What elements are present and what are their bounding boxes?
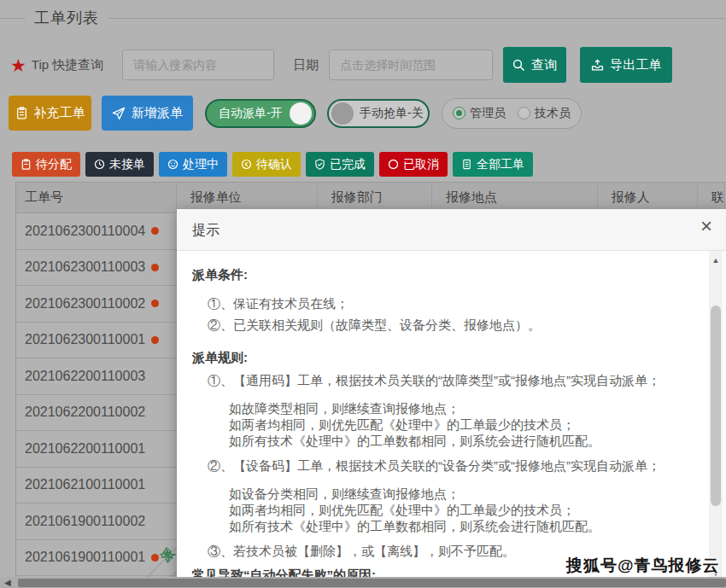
auto-dispatch-toggle-label: 自动派单-开: [219, 106, 283, 121]
rule-item: ②、【设备码】工单，根据技术员关联的“设备分类”或“报修地点”实现自动派单；: [208, 458, 660, 474]
radio-selected-icon: [453, 107, 465, 119]
filter-not-accepted[interactable]: 未接单: [85, 152, 154, 177]
rule-item: ③、若技术员被【删除】，或【离线】，则不予匹配。: [208, 544, 515, 560]
circle-icon: [388, 159, 399, 170]
close-icon[interactable]: ×: [700, 216, 712, 236]
clipboard-icon: [15, 107, 28, 119]
order-no: 2021062300110004: [25, 224, 145, 239]
condition-item: ②、已关联相关规则（故障类型、设备分类、报修地点）。: [208, 317, 541, 334]
export-orders-button[interactable]: 导出工单: [580, 47, 672, 83]
order-no: 2021062300110003: [25, 259, 145, 275]
auto-dispatch-toggle[interactable]: 自动派单-开: [205, 99, 316, 128]
order-no: 2021062200110001: [25, 441, 145, 457]
watermark: 搜狐号@青鸟报修云: [566, 555, 720, 577]
rule-subitem: 如所有技术《处理中》的工单数都相同，则系统会进行随机匹配。: [229, 433, 600, 449]
rule-subitem: 如所有技术《处理中》的工单数都相同，则系统会进行随机匹配。: [229, 518, 600, 534]
order-no: 2021061900110001: [25, 550, 145, 565]
page-title: 工单列表: [26, 8, 108, 28]
dispatch-rules-heading: 派单规则:: [192, 350, 248, 366]
filter-label: 已完成: [330, 157, 366, 172]
order-no: 2021062100110001: [25, 477, 145, 492]
filter-label: 未接单: [109, 157, 145, 172]
unread-dot: [151, 264, 159, 271]
radio-technician-label: 技术员: [535, 106, 571, 121]
filter-pending-confirm[interactable]: 待确认: [232, 152, 301, 177]
tip-modal: 提示 × 派单条件: ①、保证有技术员在线； ②、已关联相关规则（故障类型、设备…: [177, 209, 726, 588]
history-icon: [241, 159, 252, 170]
rule-subitem: 如两者均相同，则优先匹配《处理中》的工单最少的技术员；: [229, 416, 575, 433]
order-no: 2021061900110002: [25, 514, 145, 529]
order-no: 2021062300110001: [25, 332, 145, 347]
supplement-button-label: 补充工单: [34, 105, 85, 121]
action-bar: 补充工单 新增派单 自动派单-开 手动抢单-关 管理员 技术员: [9, 96, 582, 131]
smiley-icon: [167, 159, 179, 170]
col-reporter[interactable]: 报修人: [598, 183, 698, 212]
paper-plane-icon: [112, 107, 126, 120]
clipboard-icon: [20, 159, 32, 170]
export-button-label: 导出工单: [610, 57, 661, 73]
unread-dot: [151, 300, 159, 307]
status-filter-bar: 待分配 未接单 处理中 待确认: [12, 152, 533, 177]
filter-label: 待分配: [36, 157, 72, 172]
col-contact[interactable]: 联: [698, 183, 724, 212]
scroll-up-icon[interactable]: ▲: [709, 256, 723, 265]
modal-title: 提示: [192, 222, 220, 240]
modal-scrollbar[interactable]: ▲ ▼: [709, 251, 723, 588]
unread-dot: [151, 227, 159, 235]
supplement-order-button[interactable]: 补充工单: [9, 96, 91, 131]
manual-grab-toggle-label: 手动抢单-关: [360, 106, 424, 121]
scroll-left-icon[interactable]: ◀: [4, 578, 11, 587]
query-button[interactable]: 查询: [503, 47, 566, 83]
work-order-page: 工单列表 ★ Tip 快捷查询 日期 查询 导出工单: [0, 0, 726, 588]
filter-label: 已取消: [403, 157, 439, 172]
toggle-knob: [331, 102, 354, 125]
radio-admin-label: 管理员: [470, 106, 506, 121]
document-icon: [461, 159, 472, 170]
radio-unselected-icon: [518, 107, 530, 119]
new-dispatch-button-label: 新增派单: [132, 105, 183, 121]
shield-check-icon: [314, 159, 325, 170]
filter-pending-assign[interactable]: 待分配: [12, 152, 80, 177]
rule-subitem: 如设备分类相同，则继续查询报修地点；: [229, 486, 460, 502]
modal-body: 派单条件: ①、保证有技术员在线； ②、已关联相关规则（故障类型、设备分类、报修…: [177, 251, 726, 588]
radio-admin[interactable]: 管理员: [453, 106, 506, 121]
clock-icon: [94, 159, 105, 170]
filter-label: 处理中: [183, 157, 219, 172]
quick-search-label: Tip 快捷查询: [32, 57, 103, 73]
search-toolbar: ★ Tip 快捷查询 日期 查询 导出工单: [10, 46, 672, 84]
title-divider: [0, 18, 726, 19]
col-repair-unit[interactable]: 报修单位: [177, 183, 318, 212]
new-dispatch-button[interactable]: 新增派单: [102, 96, 193, 131]
col-repair-dept[interactable]: 报修部门: [318, 183, 432, 212]
star-icon: ★: [10, 56, 26, 74]
horizontal-scrollbar-thumb[interactable]: [18, 579, 726, 587]
col-order-no[interactable]: 工单号: [16, 183, 177, 212]
toggle-knob: [290, 102, 312, 125]
rule-item: ①、【通用码】工单，根据技术员关联的“故障类型”或“报修地点”实现自动派单；: [208, 373, 660, 389]
filter-label: 待确认: [256, 157, 292, 172]
export-icon: [591, 59, 604, 72]
query-button-label: 查询: [531, 57, 557, 73]
scrollbar-thumb[interactable]: [711, 306, 721, 506]
date-range-input[interactable]: [329, 49, 493, 80]
filter-all-orders[interactable]: 全部工单: [453, 152, 533, 177]
modal-header: 提示 ×: [177, 209, 726, 251]
date-label: 日期: [293, 57, 319, 73]
order-no: 2021062300110002: [25, 296, 145, 311]
rule-subitem: 如两者均相同，则优先匹配《处理中》的工单最少的技术员；: [229, 502, 575, 518]
filter-completed[interactable]: 已完成: [306, 152, 374, 177]
manual-grab-toggle[interactable]: 手动抢单-关: [327, 99, 430, 128]
horizontal-scrollbar[interactable]: ◀: [0, 577, 726, 588]
col-repair-location[interactable]: 报修地点: [432, 183, 598, 212]
order-no: 2021062200110003: [25, 369, 145, 384]
search-input[interactable]: [122, 49, 274, 80]
condition-item: ①、保证有技术员在线；: [208, 296, 348, 312]
filter-in-progress[interactable]: 处理中: [159, 152, 227, 177]
role-radio-group: 管理员 技术员: [442, 98, 582, 129]
filter-label: 全部工单: [477, 157, 524, 172]
dispatch-conditions-heading: 派单条件:: [192, 267, 248, 283]
search-icon: [512, 59, 525, 72]
filter-cancelled[interactable]: 已取消: [379, 152, 448, 177]
rule-subitem: 如故障类型相同，则继续查询报修地点；: [229, 400, 460, 416]
radio-technician[interactable]: 技术员: [518, 106, 571, 121]
